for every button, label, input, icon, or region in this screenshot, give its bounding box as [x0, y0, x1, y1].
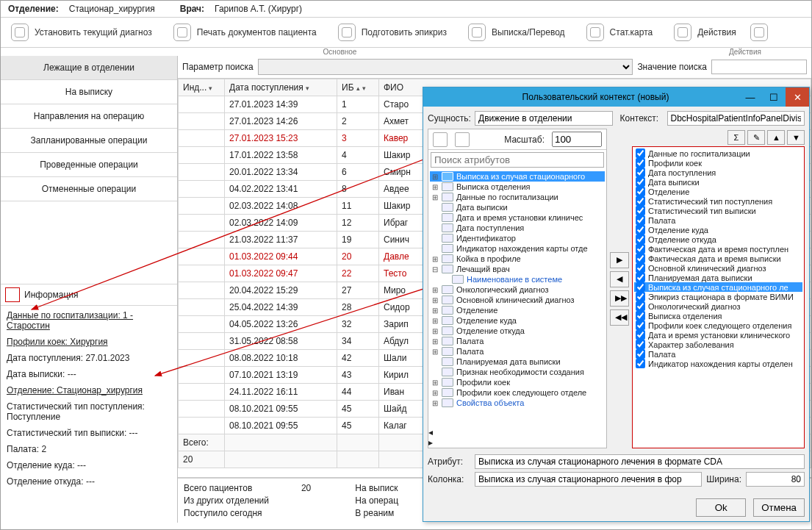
checklist-item[interactable]: Отделение откуда [634, 234, 802, 244]
checklist-item[interactable]: Статистический тип поступления [634, 196, 802, 206]
maximize-button[interactable]: ☐ [762, 87, 786, 107]
checkbox[interactable] [636, 206, 645, 215]
tree-node[interactable]: Планируемая дата выписки [430, 357, 605, 367]
tree-node[interactable]: ⊞Профили коек [430, 377, 605, 387]
tree-node[interactable]: ⊞Отделение откуда [430, 326, 605, 336]
checklist-item[interactable]: Дата и время установки клинического [634, 330, 802, 340]
actions-button[interactable]: Действия [664, 18, 747, 47]
tree-node[interactable]: ⊞Палата [430, 346, 605, 357]
checkbox[interactable] [636, 320, 645, 330]
nav-discharge[interactable]: На выписку [1, 80, 177, 104]
checklist-item[interactable]: Выписка отделения [634, 311, 802, 320]
tree-node[interactable]: ⊞Койка в профиле [430, 254, 605, 264]
checklist-item[interactable]: Данные по госпитализации [634, 148, 802, 158]
checklist-item[interactable]: Основной клинический диагноз [634, 263, 802, 273]
checkbox[interactable] [636, 187, 645, 196]
checkbox[interactable] [636, 301, 645, 311]
move-right-button[interactable]: ▶ [610, 252, 629, 268]
checklist-item[interactable]: Профили коек следующего отделения [634, 320, 802, 330]
checkbox[interactable] [636, 292, 645, 301]
close-button[interactable]: ✕ [786, 87, 809, 107]
print-docs-button[interactable]: Печать документов пациента [163, 18, 328, 47]
prepare-epicrisis-button[interactable]: Подготовить эпикриз [328, 18, 458, 47]
checklist-item[interactable]: Планируемая дата выписки [634, 273, 802, 282]
context-input[interactable] [667, 111, 805, 126]
down-button[interactable]: ▼ [787, 130, 805, 145]
checklist-item[interactable]: Статистический тип выписки [634, 206, 802, 215]
tree-node[interactable]: ⊞Палата [430, 336, 605, 346]
nav-inpatients[interactable]: Лежащие в отделении [1, 56, 177, 80]
attribute-tree[interactable]: ⊞Выписка из случая стационарного⊞Выписка… [428, 170, 606, 427]
set-diagnosis-button[interactable]: Установить текущий диагноз [1, 18, 163, 47]
tree-node[interactable]: Признак необходимости создания [430, 367, 605, 377]
search-param-select[interactable] [258, 59, 633, 75]
zoom-icon[interactable] [433, 132, 448, 147]
checkbox[interactable] [636, 177, 645, 187]
checkbox[interactable] [636, 148, 645, 158]
tree-node[interactable]: Наименование в системе [430, 274, 605, 284]
checklist-item[interactable]: Палата [634, 349, 802, 359]
tree-node[interactable]: Идентификатор [430, 233, 605, 243]
checkbox[interactable] [636, 340, 645, 349]
checkbox[interactable] [636, 263, 645, 273]
checkbox[interactable] [636, 215, 645, 225]
tree-node[interactable]: ⊞Выписка отделения [430, 182, 605, 192]
tree-node[interactable]: Дата выписки [430, 202, 605, 212]
checklist-item[interactable]: Эпикриз стационара в формате ВИМИ [634, 292, 802, 301]
checklist-item[interactable]: Палата [634, 215, 802, 225]
sigma-button[interactable]: Σ [727, 130, 745, 145]
checklist-item[interactable]: Дата поступления [634, 168, 802, 177]
columns-checklist[interactable]: Данные по госпитализацииПрофили коекДата… [632, 146, 805, 448]
stat-card-button[interactable]: Стат.карта [576, 18, 664, 47]
checklist-item[interactable]: Фактическая дата и время поступлен [634, 244, 802, 254]
col-admit-date[interactable]: Дата поступления▾ [225, 79, 337, 96]
minimize-button[interactable]: — [739, 87, 762, 107]
info-header[interactable]: Информация [1, 284, 177, 306]
tree-node[interactable]: Индикатор нахождения карты отде [430, 243, 605, 254]
tree-node[interactable]: ⊞Профили коек следующего отделе [430, 387, 605, 398]
tree-node[interactable]: ⊞Данные по госпитализации [430, 192, 605, 202]
checkbox[interactable] [636, 225, 645, 234]
checkbox[interactable] [636, 349, 645, 359]
checkbox[interactable] [636, 359, 645, 368]
move-left-button[interactable]: ◀ [610, 271, 629, 287]
checklist-item[interactable]: Характер заболевания [634, 340, 802, 349]
up-button[interactable]: ▲ [767, 130, 785, 145]
checkbox[interactable] [636, 330, 645, 340]
move-all-left-button[interactable]: ◀◀ [610, 309, 629, 326]
grid-icon[interactable] [455, 132, 470, 147]
checkbox[interactable] [636, 168, 645, 177]
tree-hscroll[interactable]: ◂▸ [428, 427, 606, 448]
cancel-button[interactable]: Отмена [753, 498, 805, 517]
move-all-right-button[interactable]: ▶▶ [610, 290, 629, 307]
entity-input[interactable] [475, 111, 613, 126]
checklist-item[interactable]: Профили коек [634, 158, 802, 168]
checklist-item[interactable]: Онкологический диагноз [634, 301, 802, 311]
checklist-item[interactable]: Отделение [634, 187, 802, 196]
tree-node[interactable]: Дата и время установки клиничес [430, 212, 605, 223]
col-ib[interactable]: ИБ▴▾ [337, 79, 379, 96]
checklist-item[interactable]: Индикатор нахождения карты отделен [634, 359, 802, 368]
nav-planned-ops[interactable]: Запланированные операции [1, 129, 177, 153]
search-value-input[interactable] [711, 60, 807, 74]
discharge-transfer-button[interactable]: Выписка/Перевод [458, 18, 576, 47]
edit-button[interactable]: ✎ [747, 130, 765, 145]
tree-node[interactable]: ⊞Выписка из случая стационарного [430, 171, 605, 182]
checklist-item[interactable]: Дата выписки [634, 177, 802, 187]
tree-node[interactable]: Дата поступления [430, 223, 605, 233]
ok-button[interactable]: Ok [696, 498, 746, 517]
dialog-titlebar[interactable]: Пользовательский контекст (новый) — ☐ ✕ [423, 87, 809, 107]
checkbox[interactable] [636, 273, 645, 282]
scale-input[interactable] [552, 132, 602, 147]
checkbox[interactable] [636, 196, 645, 206]
tree-node[interactable]: ⊞Основной клинический диагноз [430, 295, 605, 305]
tree-node[interactable]: ⊞Отделение [430, 305, 605, 315]
attr-input[interactable] [475, 454, 805, 469]
checkbox[interactable] [636, 234, 645, 244]
tree-node[interactable]: ⊞Онкологический диагноз [430, 284, 605, 295]
checkbox[interactable] [636, 282, 645, 292]
nav-cancelled-ops[interactable]: Отмененные операции [1, 177, 177, 201]
checkbox[interactable] [636, 244, 645, 254]
extra-button[interactable] [747, 18, 772, 47]
col-indicator[interactable]: Инд...▾ [179, 79, 225, 96]
